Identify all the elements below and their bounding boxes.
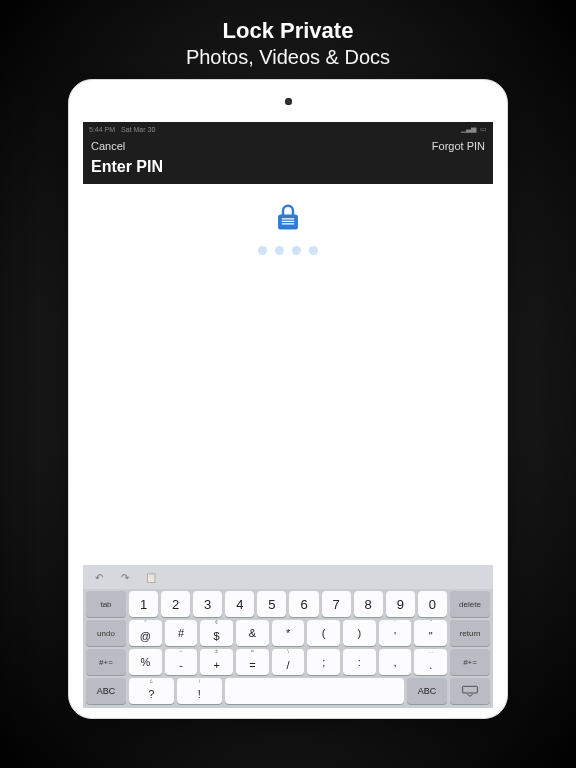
keyboard-row-3: #+= % –- ±+ ≈= \/ ; : , …. #+=	[86, 649, 490, 675]
cancel-button[interactable]: Cancel	[91, 140, 125, 152]
key-0[interactable]: 0	[418, 591, 447, 617]
status-bar: 5:44 PM Sat Mar 30 ▁▃▅ ▭	[83, 122, 493, 136]
pin-dot	[275, 246, 284, 255]
key-question[interactable]: ¿?	[129, 678, 174, 704]
clipboard-icon[interactable]: 📋	[143, 569, 159, 585]
key-hash[interactable]: #	[165, 620, 198, 646]
keyboard-row-1: tab 1 2 3 4 5 6 7 8 9 0 delete	[86, 591, 490, 617]
pin-dot	[258, 246, 267, 255]
key-8[interactable]: 8	[354, 591, 383, 617]
key-percent[interactable]: %	[129, 649, 162, 675]
key-plus[interactable]: ±+	[200, 649, 233, 675]
key-2[interactable]: 2	[161, 591, 190, 617]
keyboard-row-2: undo °@ # ¢$ & * ( ) ’' ”" return	[86, 620, 490, 646]
abc-key-right[interactable]: ABC	[407, 678, 447, 704]
tab-key[interactable]: tab	[86, 591, 126, 617]
status-time: 5:44 PM	[89, 126, 115, 133]
key-exclaim[interactable]: ¡!	[177, 678, 222, 704]
front-camera	[285, 98, 292, 105]
lock-icon	[273, 202, 303, 236]
delete-key[interactable]: delete	[450, 591, 490, 617]
key-amp[interactable]: &	[236, 620, 269, 646]
key-rparen[interactable]: )	[343, 620, 376, 646]
undo-arrow-icon[interactable]: ↶	[91, 569, 107, 585]
abc-key-left[interactable]: ABC	[86, 678, 126, 704]
space-key[interactable]	[225, 678, 404, 704]
symbols-key-right[interactable]: #+=	[450, 649, 490, 675]
redo-arrow-icon[interactable]: ↷	[117, 569, 133, 585]
symbols-key-left[interactable]: #+=	[86, 649, 126, 675]
promo-headline: Lock Private Photos, Videos & Docs	[186, 18, 390, 69]
keyboard-toolbar: ↶ ↷ 📋	[83, 565, 493, 589]
key-colon[interactable]: :	[343, 649, 376, 675]
forgot-pin-button[interactable]: Forgot PIN	[432, 140, 485, 152]
promo-line-1: Lock Private	[186, 18, 390, 44]
nav-bar: Cancel Forgot PIN Enter PIN	[83, 136, 493, 184]
svg-rect-0	[463, 686, 478, 693]
key-6[interactable]: 6	[289, 591, 318, 617]
key-dollar[interactable]: ¢$	[200, 620, 233, 646]
key-3[interactable]: 3	[193, 591, 222, 617]
key-5[interactable]: 5	[257, 591, 286, 617]
key-quote[interactable]: ”"	[414, 620, 447, 646]
device-screen: 5:44 PM Sat Mar 30 ▁▃▅ ▭ Cancel Forgot P…	[83, 122, 493, 708]
key-comma[interactable]: ,	[379, 649, 412, 675]
pin-entry-area	[83, 184, 493, 565]
return-key[interactable]: return	[450, 620, 490, 646]
pin-dot	[309, 246, 318, 255]
undo-key[interactable]: undo	[86, 620, 126, 646]
page-title: Enter PIN	[91, 158, 485, 176]
ipad-device-frame: 5:44 PM Sat Mar 30 ▁▃▅ ▭ Cancel Forgot P…	[68, 79, 508, 719]
key-1[interactable]: 1	[129, 591, 158, 617]
promo-line-2: Photos, Videos & Docs	[186, 46, 390, 69]
battery-icon: ▭	[480, 125, 487, 133]
key-slash[interactable]: \/	[272, 649, 305, 675]
key-equals[interactable]: ≈=	[236, 649, 269, 675]
key-minus[interactable]: –-	[165, 649, 198, 675]
key-at[interactable]: °@	[129, 620, 162, 646]
key-apos[interactable]: ’'	[379, 620, 412, 646]
wifi-icon: ▁▃▅	[461, 125, 476, 133]
device-bezel	[69, 80, 507, 122]
dismiss-keyboard-key[interactable]	[450, 678, 490, 704]
pin-dots	[258, 246, 318, 255]
key-lparen[interactable]: (	[307, 620, 340, 646]
keyboard-row-4: ABC ¿? ¡! ABC	[86, 678, 490, 704]
key-semicolon[interactable]: ;	[307, 649, 340, 675]
key-9[interactable]: 9	[386, 591, 415, 617]
key-star[interactable]: *	[272, 620, 305, 646]
pin-dot	[292, 246, 301, 255]
key-4[interactable]: 4	[225, 591, 254, 617]
key-7[interactable]: 7	[322, 591, 351, 617]
key-period[interactable]: ….	[414, 649, 447, 675]
status-date: Sat Mar 30	[121, 126, 155, 133]
keyboard-dismiss-icon	[462, 685, 478, 697]
keyboard-toolbar-right	[469, 569, 485, 585]
on-screen-keyboard: ↶ ↷ 📋 tab 1 2 3 4 5 6 7 8 9 0	[83, 565, 493, 708]
